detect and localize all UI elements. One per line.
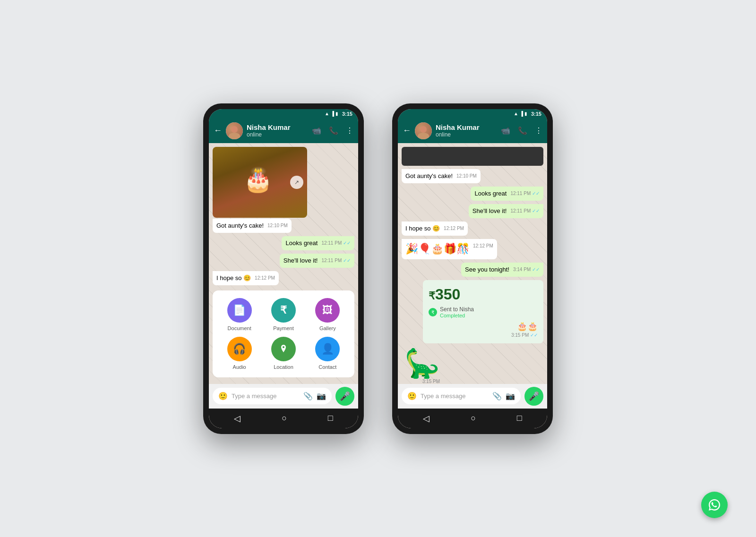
audio-icon[interactable]: 🎧 (227, 337, 252, 361)
payment-status: ₹ Sent to Nisha Completed (429, 306, 538, 318)
input-bar-2: 🙂 Type a message 📎 📷 🎤 (398, 384, 547, 409)
document-icon[interactable]: 📄 (227, 298, 252, 323)
hopeso-wrapper: I hope so 😊 12:12 PM (213, 271, 354, 287)
messages-1: ↗ Got aunty's cake! 12:10 PM Looks great (213, 147, 354, 380)
cake-text-message: Got aunty's cake! 12:10 PM (213, 219, 292, 233)
attachment-payment[interactable]: ₹ Payment (264, 298, 302, 331)
hopeso2-text: I hope so 😊 (405, 225, 440, 232)
message-input-2[interactable]: 🙂 Type a message 📎 📷 (402, 388, 521, 404)
back-button-2[interactable]: ← (403, 126, 411, 136)
message-input-1[interactable]: 🙂 Type a message 📎 📷 (213, 388, 332, 404)
camera-icon-2[interactable]: 📷 (506, 392, 515, 401)
avatar-img-1 (226, 122, 243, 139)
recent-nav-icon-1[interactable]: □ (328, 413, 333, 423)
attachment-icon-2[interactable]: 📎 (492, 392, 502, 401)
shelllove2-time: 12:11 PM ✓✓ (510, 208, 540, 214)
battery-icon: ▮ (335, 111, 338, 116)
hopeso2-time: 12:12 PM (444, 225, 464, 232)
attachment-location[interactable]: Location (264, 337, 302, 370)
attachment-icon-1[interactable]: 📎 (303, 392, 313, 401)
avatar-1[interactable] (226, 122, 243, 139)
contact-icon-symbol: 👤 (321, 343, 334, 355)
home-nav-icon-2[interactable]: ○ (471, 413, 476, 423)
input-placeholder-1: Type a message (232, 392, 300, 400)
audio-label: Audio (233, 364, 246, 370)
shelllove-time: 12:11 PM ✓✓ (321, 257, 351, 264)
dino-sticker: 🦕 (404, 349, 440, 378)
mic-button-1[interactable]: 🎤 (335, 387, 354, 406)
input-bar-1: 🙂 Type a message 📎 📷 🎤 (209, 384, 358, 409)
emoji-party-time: 12:12 PM (473, 243, 493, 249)
gallery-icon[interactable]: 🖼 (315, 298, 340, 323)
attachment-sheet: 📄 Document ₹ Payment (213, 290, 354, 377)
contact-info-2: Nisha Kumar online (436, 123, 497, 138)
cake-image[interactable]: ↗ (213, 147, 307, 218)
phone-call-icon-2[interactable]: 📞 (518, 126, 527, 135)
shelllove-wrapper: She'll love it! 12:11 PM ✓✓ (213, 254, 354, 270)
recent-nav-icon-2[interactable]: □ (517, 413, 522, 423)
back-button-1[interactable]: ← (214, 126, 222, 136)
whatsapp-logo-svg (706, 497, 722, 513)
payment-icon[interactable]: ₹ (271, 298, 296, 323)
forward-button[interactable]: ↗ (290, 176, 303, 189)
document-icon-symbol: 📄 (233, 304, 246, 316)
shelllove-message: She'll love it! 12:11 PM ✓✓ (280, 254, 354, 268)
sticker-wrapper: 🦕 3:15 PM (402, 347, 543, 384)
shelllove2-text: She'll love it! (472, 207, 507, 214)
attachment-grid: 📄 Document ₹ Payment (220, 298, 347, 370)
whatsapp-logo (701, 492, 728, 518)
sticker-message: 🦕 3:15 PM (402, 347, 443, 384)
back-nav-icon-2[interactable]: ◁ (423, 413, 430, 424)
camera-icon-1[interactable]: 📷 (317, 392, 326, 401)
wifi-icon-2: ▲ (514, 111, 518, 116)
shelllove2-message: She'll love it! 12:11 PM ✓✓ (469, 204, 543, 218)
cake-text2-wrapper: Got aunty's cake! 12:10 PM (402, 169, 543, 185)
location-icon-svg (277, 343, 290, 355)
contact-status-1: online (247, 131, 308, 138)
payment-to: Sent to Nisha (440, 306, 474, 313)
messages-2: Got aunty's cake! 12:10 PM Looks great 1… (402, 147, 543, 384)
location-icon[interactable] (271, 337, 296, 361)
shelllove-ticks: ✓✓ (343, 258, 351, 263)
attachment-document[interactable]: 📄 Document (220, 298, 258, 331)
looks-great2-ticks: ✓✓ (532, 191, 540, 196)
more-options-icon-1[interactable]: ⋮ (346, 126, 353, 135)
payment-details: Sent to Nisha Completed (440, 306, 474, 318)
attachment-contact[interactable]: 👤 Contact (309, 337, 347, 370)
contact-label: Contact (318, 364, 336, 370)
wa-header-1: ← Nisha Kumar online 📹 📞 ⋮ (209, 119, 358, 143)
status-bar-2: ▲ ▐ ▮ 3:15 (398, 109, 547, 119)
video-call-icon-1[interactable]: 📹 (312, 126, 321, 135)
sticker-time: 3:15 PM (422, 379, 440, 384)
shelllove2-ticks: ✓✓ (532, 208, 540, 213)
seeyou-text: See you tonight! (465, 266, 509, 273)
emoji-party-message: 🎉🎈🎂🎁🎊 12:12 PM (402, 239, 497, 259)
cake-text2-message: Got aunty's cake! 12:10 PM (402, 169, 481, 183)
signal-icon-2: ▐ (520, 111, 523, 116)
emoji-party-text: 🎉🎈🎂🎁🎊 (405, 243, 469, 255)
contact-icon[interactable]: 👤 (315, 337, 340, 361)
emoji-icon-1[interactable]: 🙂 (218, 392, 228, 401)
top-image-cropped (402, 147, 543, 166)
avatar-img-2 (415, 122, 432, 139)
input-placeholder-2: Type a message (421, 392, 489, 400)
status-time-1: 3:15 (342, 111, 352, 117)
attachment-audio[interactable]: 🎧 Audio (220, 337, 258, 370)
seeyou-wrapper: See you tonight! 3:14 PM ✓✓ (402, 263, 543, 279)
looks-great2-wrapper: Looks great 12:11 PM ✓✓ (402, 187, 543, 203)
looks-great-ticks: ✓✓ (343, 240, 351, 246)
payment-cake-emoji: 🎂🎂 (429, 321, 538, 332)
emoji-icon-2[interactable]: 🙂 (407, 392, 417, 401)
back-nav-icon-1[interactable]: ◁ (234, 413, 241, 424)
home-nav-icon-1[interactable]: ○ (282, 413, 287, 423)
payment-label: Payment (273, 325, 293, 331)
gallery-icon-symbol: 🖼 (322, 304, 333, 316)
video-call-icon-2[interactable]: 📹 (501, 126, 510, 135)
attachment-gallery[interactable]: 🖼 Gallery (309, 298, 347, 331)
more-options-icon-2[interactable]: ⋮ (535, 126, 542, 135)
avatar-2[interactable] (415, 122, 432, 139)
svg-point-1 (283, 346, 284, 348)
phone-call-icon-1[interactable]: 📞 (329, 126, 338, 135)
payment-ticks: ✓✓ (530, 332, 538, 338)
mic-button-2[interactable]: 🎤 (524, 387, 543, 406)
